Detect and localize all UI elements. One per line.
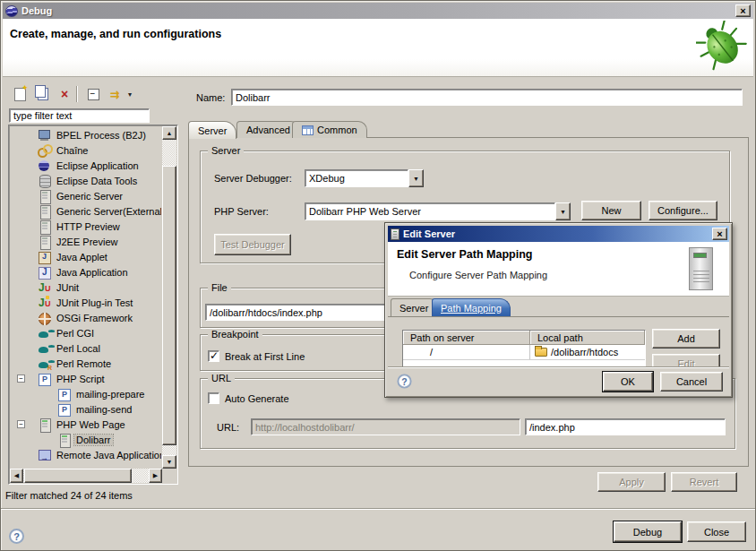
tree-item[interactable]: − Eclipse Application: [11, 158, 161, 173]
tree-item[interactable]: − PHP Script: [11, 371, 161, 386]
column-path-on-server[interactable]: Path on server: [403, 331, 530, 345]
scroll-up-button[interactable]: ▲: [162, 126, 176, 140]
tree-item[interactable]: − J2EE Preview: [11, 234, 161, 249]
tree-item[interactable]: − Generic Server(External La: [11, 203, 161, 219]
dialog-help-icon[interactable]: [397, 374, 411, 388]
tree-item[interactable]: − Perl Local: [11, 340, 161, 356]
server-icon: [391, 228, 399, 240]
scroll-left-button[interactable]: ◀: [10, 469, 23, 483]
tree-item-icon: [38, 159, 52, 173]
tree-item-label: mailing-send: [74, 404, 133, 415]
tree-item-icon: [38, 357, 52, 371]
tree-item[interactable]: − Java Application: [11, 264, 161, 280]
tree-item-icon: [38, 341, 52, 356]
tree-vertical-scrollbar[interactable]: ▲ ▼: [162, 126, 176, 469]
edit-server-close-button[interactable]: ×: [712, 228, 727, 240]
tree-item[interactable]: − Perl CGI: [11, 325, 161, 340]
toolbar-menu-button[interactable]: ▾: [125, 84, 135, 104]
window-close-button[interactable]: ×: [735, 4, 751, 17]
tree-item[interactable]: − OSGi Framework: [11, 310, 161, 325]
tree-item-label: Generic Server: [55, 191, 125, 202]
collapse-all-button[interactable]: [83, 84, 103, 104]
tree-item-label: Java Applet: [55, 252, 109, 263]
debug-bug-icon: [696, 21, 748, 73]
tree-item[interactable]: − HTTP Preview: [11, 219, 161, 234]
tab-server-label: Server: [198, 125, 227, 136]
dialog-button-bar: OK Cancel: [388, 366, 729, 394]
tree-item[interactable]: − JUnit Plug-in Test: [11, 295, 161, 310]
tree-item-icon: [38, 372, 52, 386]
tree-item-icon: [38, 174, 52, 188]
tree-item-label: BPEL Process (B2J): [55, 130, 148, 141]
toolbar-separator: [76, 86, 78, 102]
scrollbar-corner: [162, 469, 176, 483]
tree-item[interactable]: − Chaîne: [11, 142, 161, 158]
tree-item[interactable]: − Java Applet: [11, 249, 161, 264]
tree-item-label: Chaîne: [55, 145, 90, 156]
tree-item[interactable]: − BPEL Process (B2J): [11, 127, 161, 142]
window-title: Debug: [21, 5, 52, 16]
scroll-right-button[interactable]: ▶: [149, 469, 162, 483]
revert-button[interactable]: Revert: [671, 472, 737, 492]
tree-item-icon: [57, 433, 72, 447]
tree-item[interactable]: − Eclipse Data Tools: [11, 173, 161, 188]
tree-expander-icon[interactable]: −: [17, 375, 25, 383]
vertical-scroll-thumb[interactable]: [162, 166, 176, 445]
column-local-path[interactable]: Local path: [530, 331, 645, 345]
cancel-button[interactable]: Cancel: [660, 372, 723, 392]
new-launch-config-button[interactable]: [10, 84, 30, 104]
tab-server[interactable]: Server: [188, 121, 236, 139]
tree-item[interactable]: − JUnit: [11, 280, 161, 295]
tree-item-label: J2EE Preview: [55, 237, 119, 247]
edit-server-banner: Edit Server Path Mapping Configure Serve…: [388, 242, 729, 297]
duplicate-config-icon: [35, 85, 46, 98]
filter-status-text: Filter matched 24 of 24 items: [5, 490, 133, 501]
tree-item-icon: [38, 250, 52, 264]
tree-item[interactable]: − Perl Remote: [11, 356, 161, 371]
name-input[interactable]: [231, 89, 743, 106]
tree-item[interactable]: − Generic Server: [11, 188, 161, 203]
tab-advanced[interactable]: Advanced: [236, 121, 300, 138]
tree-item-icon: [38, 265, 52, 280]
tree-item[interactable]: − mailing-send: [11, 401, 161, 417]
tab-common-label: Common: [317, 125, 357, 135]
tree-item-icon: [57, 387, 72, 401]
tree-item-icon: [38, 280, 52, 295]
tree-item[interactable]: − Dolibarr: [11, 432, 161, 447]
add-mapping-button[interactable]: Add: [652, 329, 720, 349]
help-icon[interactable]: [9, 529, 24, 544]
table-header-row: Path on server Local path: [403, 331, 645, 345]
debug-button[interactable]: Debug: [614, 521, 682, 542]
delete-config-icon: ×: [61, 88, 68, 100]
tree-horizontal-scrollbar[interactable]: ◀ ▶: [10, 469, 162, 483]
filter-icon: ⇉: [110, 89, 120, 100]
tree-item[interactable]: − PHP Web Page: [11, 417, 161, 432]
tree-item[interactable]: − Remote Java Application: [11, 447, 161, 462]
dialog-tab-server[interactable]: Server: [391, 298, 437, 316]
header-banner: Create, manage, and run configurations: [3, 19, 753, 77]
tree-item-label: mailing-prepare: [74, 389, 146, 400]
table-row[interactable]: / /dolibarr/htdocs: [403, 345, 645, 360]
tree-item-label: Perl CGI: [55, 328, 96, 339]
ok-button[interactable]: OK: [603, 372, 653, 392]
table-icon: [302, 125, 314, 135]
apply-button[interactable]: Apply: [597, 472, 666, 492]
path-mapping-table: Path on server Local path / /dolibarr/ht…: [402, 330, 646, 366]
server-tower-icon: [689, 247, 713, 290]
delete-launch-config-button[interactable]: ×: [55, 84, 74, 104]
tree-expander-icon[interactable]: −: [17, 420, 25, 428]
duplicate-launch-config-button[interactable]: [33, 84, 53, 104]
tree-item-label: Dolibarr: [74, 435, 113, 445]
horizontal-scroll-thumb[interactable]: [24, 469, 132, 483]
edit-mapping-button[interactable]: Edit: [652, 354, 720, 366]
footer-separator: [1, 508, 755, 510]
title-bar: Debug ×: [3, 3, 753, 19]
tree-item[interactable]: − mailing-prepare: [11, 386, 161, 401]
tab-common[interactable]: Common: [292, 121, 367, 138]
dialog-tab-path-mapping[interactable]: Path Mapping: [432, 298, 511, 316]
tree-item-label: Remote Java Application: [55, 450, 161, 461]
close-button[interactable]: Close: [687, 521, 746, 542]
filter-configs-button[interactable]: ⇉: [105, 84, 125, 104]
scroll-down-button[interactable]: ▼: [162, 455, 176, 469]
filter-input[interactable]: [9, 108, 150, 123]
